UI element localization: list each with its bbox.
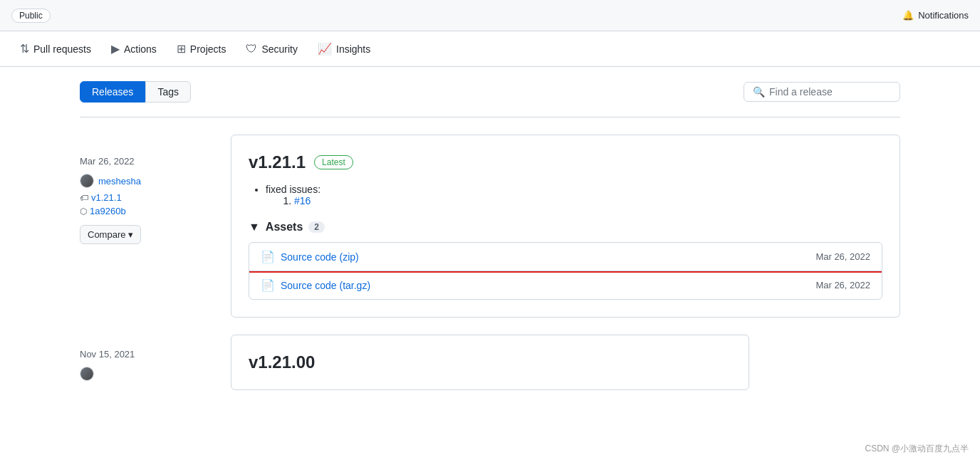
release1-commit-link[interactable]: 1a9260b xyxy=(90,206,126,216)
tabs-left: Releases Tags xyxy=(80,81,191,103)
latest-badge: Latest xyxy=(314,155,353,169)
main-content: Releases Tags 🔍 Mar 26, 2022 meshesha 🏷 … xyxy=(63,67,917,421)
release1-title-row: v1.21.1 Latest xyxy=(249,152,882,172)
releases-tab[interactable]: Releases xyxy=(80,81,145,103)
asset1-date: Mar 26, 2022 xyxy=(815,251,870,262)
asset1-item[interactable]: 📄 Source code (zip) Mar 26, 2022 xyxy=(249,243,882,271)
release1-card: v1.21.1 Latest fixed issues: #16 xyxy=(231,135,900,318)
avatar2 xyxy=(80,367,94,381)
asset2-link[interactable]: Source code (tar.gz) xyxy=(281,280,370,291)
assets-count: 2 xyxy=(308,221,325,233)
public-badge: Public xyxy=(11,9,51,23)
release1-tag-row: 🏷 v1.21.1 xyxy=(80,192,208,203)
actions-icon: ▶ xyxy=(111,42,120,56)
nav-bar: ⇅ Pull requests ▶ Actions ⊞ Projects 🛡 S… xyxy=(0,31,980,67)
tags-tab[interactable]: Tags xyxy=(145,81,191,103)
top-bar: Public 🔔 Notifications xyxy=(0,0,980,31)
nav-security[interactable]: 🛡 Security xyxy=(237,37,306,61)
compare-label: Compare xyxy=(88,229,125,240)
release2-user-row xyxy=(80,367,208,381)
find-release-container: 🔍 xyxy=(744,82,900,102)
release2-layout: Nov 15, 2021 v1.21.00 xyxy=(231,335,900,407)
release1-main: v1.21.1 Latest fixed issues: #16 xyxy=(231,135,900,407)
asset1-left: 📄 Source code (zip) xyxy=(261,250,359,263)
tar-file-icon: 📄 xyxy=(261,278,275,292)
release1-tag-link[interactable]: v1.21.1 xyxy=(91,192,122,203)
nav-pull-requests[interactable]: ⇅ Pull requests xyxy=(11,36,100,61)
commit-icon: ⬡ xyxy=(80,206,87,216)
release2-version[interactable]: v1.21.00 xyxy=(249,352,315,372)
issue-link[interactable]: #16 xyxy=(294,195,311,206)
nav-insights-label: Insights xyxy=(336,43,370,55)
zip-file-icon: 📄 xyxy=(261,250,275,263)
bell-icon: 🔔 xyxy=(902,10,914,21)
find-release-input[interactable] xyxy=(769,86,891,98)
release1-commit-row: ⬡ 1a9260b xyxy=(80,206,208,216)
top-bar-right: 🔔 Notifications xyxy=(902,10,969,21)
asset2-date: Mar 26, 2022 xyxy=(815,280,870,290)
top-bar-left: Public xyxy=(11,9,51,23)
release1-date: Mar 26, 2022 xyxy=(80,156,208,167)
release1-body-text: fixed issues: xyxy=(266,184,320,195)
insights-icon: 📈 xyxy=(318,42,332,56)
nav-actions-label: Actions xyxy=(124,43,157,55)
divider xyxy=(80,117,900,117)
tabs-row: Releases Tags 🔍 xyxy=(80,81,900,103)
username-link[interactable]: meshesha xyxy=(98,176,141,187)
asset2-left: 📄 Source code (tar.gz) xyxy=(261,278,370,292)
asset2-item[interactable]: 📄 Source code (tar.gz) Mar 26, 2022 xyxy=(249,271,882,299)
security-icon: 🛡 xyxy=(246,43,257,56)
assets-label: Assets xyxy=(266,221,303,234)
releases-layout: Mar 26, 2022 meshesha 🏷 v1.21.1 ⬡ 1a9260… xyxy=(80,135,900,407)
avatar xyxy=(80,174,94,188)
release2-sidebar: Nov 15, 2021 xyxy=(80,335,208,407)
release2-date: Nov 15, 2021 xyxy=(80,349,208,360)
release1-body: fixed issues: #16 xyxy=(249,184,882,206)
chevron-down-icon: ▾ xyxy=(128,229,133,240)
compare-button[interactable]: Compare ▾ xyxy=(80,225,141,244)
pull-request-icon: ⇅ xyxy=(20,42,29,56)
release1-version[interactable]: v1.21.1 xyxy=(249,152,306,172)
nav-actions[interactable]: ▶ Actions xyxy=(103,36,165,61)
nav-pull-requests-label: Pull requests xyxy=(33,43,91,55)
projects-icon: ⊞ xyxy=(177,42,186,56)
nav-insights[interactable]: 📈 Insights xyxy=(309,36,379,61)
nav-projects[interactable]: ⊞ Projects xyxy=(168,36,235,61)
assets-list: 📄 Source code (zip) Mar 26, 2022 📄 Sourc… xyxy=(249,242,882,300)
nav-security-label: Security xyxy=(261,43,298,55)
search-icon: 🔍 xyxy=(753,86,765,98)
nav-projects-label: Projects xyxy=(190,43,226,55)
tag-icon: 🏷 xyxy=(80,193,88,203)
release1-user-row: meshesha xyxy=(80,174,208,188)
assets-header[interactable]: ▼ Assets 2 xyxy=(249,221,882,234)
assets-triangle-icon: ▼ xyxy=(249,221,260,234)
notifications-label: Notifications xyxy=(918,10,969,21)
release2-card: v1.21.00 xyxy=(231,335,749,390)
asset1-link[interactable]: Source code (zip) xyxy=(281,251,359,263)
notifications-link[interactable]: 🔔 Notifications xyxy=(902,10,969,21)
